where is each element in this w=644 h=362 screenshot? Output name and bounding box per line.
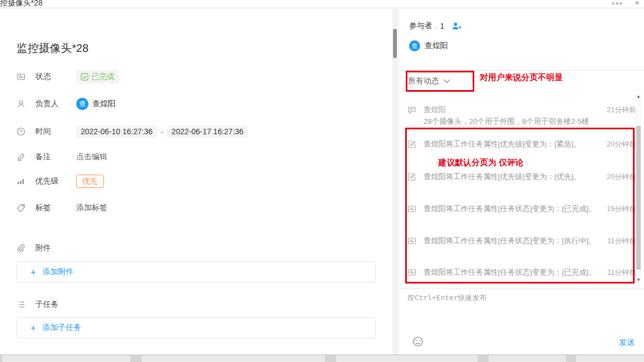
- subtasks-label: 子任务: [35, 300, 59, 309]
- comment-input[interactable]: 按Ctrl+Enter快速发布: [407, 293, 634, 332]
- field-label: 状态: [35, 72, 76, 82]
- add-attachment-button[interactable]: + 添加附件: [17, 261, 376, 282]
- add-attachment-label: 添加附件: [43, 267, 74, 277]
- left-panel-scrollbar-thumb[interactable]: [393, 29, 397, 58]
- composer-divider: [400, 288, 644, 289]
- person-icon: [17, 99, 25, 108]
- annotation-note-2: 建议默认分页为 仅评论: [438, 158, 523, 168]
- activity-text: 查煌阳将工作任务属性[任务状态]变更为：[执行中]。: [423, 236, 603, 246]
- field-label: 备注: [35, 152, 76, 162]
- activity-text: 查煌阳将工作任务属性[优先级]变更为：[优先]。: [423, 172, 603, 182]
- add-subtask-label: 添加子任务: [43, 323, 81, 333]
- more-options-icon[interactable]: •••: [612, 0, 623, 8]
- assignee-value[interactable]: 查 查煌阳: [76, 98, 116, 110]
- feed-divider: [400, 70, 644, 71]
- scroll-down-arrow-icon[interactable]: ▼: [636, 278, 641, 282]
- time-separator: -: [161, 128, 163, 136]
- activity-item-comment: 查煌阳 21分钟前: [407, 105, 636, 115]
- add-tag-placeholder[interactable]: 添加标签: [76, 203, 107, 213]
- status-change-icon: [407, 237, 416, 245]
- participants-count: 1: [440, 22, 444, 30]
- activity-time: 21分钟前: [607, 105, 636, 115]
- check-square-icon: [81, 73, 88, 81]
- priority-badge[interactable]: 优先: [76, 175, 104, 188]
- activity-time: 11分钟前: [608, 236, 637, 246]
- activity-filter-dropdown[interactable]: 所有动态: [408, 76, 451, 86]
- pencil-icon: [17, 153, 25, 161]
- activity-text: 查煌阳将工作任务属性[任务状态]变更为：[已完成]。: [423, 267, 603, 277]
- status-change-icon: [407, 268, 416, 277]
- add-subtask-button[interactable]: + 添加子任务: [17, 317, 376, 338]
- activity-time: 20分钟前: [607, 172, 636, 182]
- send-button[interactable]: 发送: [619, 338, 635, 348]
- participant-name: 查煌阳: [425, 41, 448, 51]
- start-time-badge[interactable]: 2022-06-10 16:27:36: [76, 125, 157, 138]
- task-title[interactable]: 监控摄像头*28: [17, 41, 88, 56]
- participants-separator: .: [435, 22, 437, 30]
- activity-filter-value: 所有动态: [408, 76, 439, 86]
- activity-item: 查煌阳将工作任务属性[优先级]变更为：[紧急]。 20分钟前: [407, 139, 636, 149]
- tag-icon: [17, 203, 25, 212]
- status-value: 已完成: [91, 72, 114, 82]
- assignee-avatar: 查: [76, 98, 88, 110]
- assignee-name: 查煌阳: [92, 99, 116, 109]
- scroll-up-arrow-icon[interactable]: ▲: [636, 95, 641, 99]
- participant-item[interactable]: 查 查煌阳: [409, 40, 448, 51]
- chevron-down-icon: [443, 79, 451, 83]
- field-note: 备注 点击编辑: [0, 150, 107, 164]
- list-icon: [17, 300, 25, 309]
- activity-item: 查煌阳将工作任务属性[任务状态]变更为：[执行中]。 11分钟前: [407, 236, 636, 246]
- activity-time: 20分钟前: [607, 139, 636, 149]
- status-change-icon: [407, 204, 416, 213]
- window-header: 控摄像头*28 ••• ×: [0, 0, 644, 8]
- field-assignee: 负责人 查 查煌阳: [0, 97, 116, 111]
- end-time-badge[interactable]: 2022-06-17 16:27:36: [167, 125, 248, 138]
- note-edit-placeholder[interactable]: 点击编辑: [76, 152, 107, 162]
- activity-item: 查煌阳将工作任务属性[优先级]变更为：[优先]。 20分钟前: [407, 172, 636, 182]
- close-icon[interactable]: ×: [635, 0, 640, 7]
- field-label: 负责人: [35, 99, 76, 109]
- participants-label: 参与者: [409, 21, 432, 31]
- activity-comment-content: 28个摄像头，20个用于外围，8个用于宿舍楼2-5楼: [423, 117, 589, 127]
- activity-item: 查煌阳将工作任务属性[任务状态]变更为：[已完成]。 11分钟前: [407, 267, 636, 277]
- priority-bars-icon: [17, 177, 25, 186]
- background-board-column: [142, 355, 325, 362]
- activity-time: 15分钟前: [607, 204, 636, 214]
- activity-text: 查煌阳将工作任务属性[任务状态]变更为：[已完成]。: [423, 204, 603, 214]
- field-priority: 优先级 优先: [0, 175, 104, 188]
- background-board-column: [2, 355, 130, 362]
- annotation-note-1: 对用户来说分页不明显: [480, 72, 563, 83]
- window-title: 控摄像头*28: [0, 0, 43, 8]
- background-board-column: [336, 355, 478, 362]
- field-tags: 标签 添加标签: [0, 201, 107, 214]
- edit-icon: [407, 172, 416, 181]
- edit-icon: [407, 140, 416, 149]
- attachments-label: 附件: [35, 243, 51, 253]
- paperclip-icon: [17, 244, 25, 253]
- task-detail-panel: 监控摄像头*28 状态 已完成 负责人 查 查煌阳 时间 2022-06-10 …: [0, 9, 391, 354]
- activity-author: 查煌阳: [423, 105, 603, 115]
- comment-icon: [407, 106, 416, 114]
- attachments-header: 附件: [0, 242, 51, 255]
- background-board-column: [489, 355, 566, 362]
- plus-icon: +: [30, 323, 36, 333]
- activity-time: 11分钟前: [608, 267, 637, 277]
- activity-panel: 参与者 . 1 查 查煌阳 所有动态 查煌阳 21分钟前 28个摄像头，20个用…: [400, 9, 644, 354]
- add-participant-icon[interactable]: [452, 22, 462, 30]
- left-panel-scrollbar-track: [392, 9, 397, 354]
- status-badge[interactable]: 已完成: [76, 70, 119, 83]
- field-label: 时间: [35, 127, 76, 137]
- emoji-icon[interactable]: [412, 336, 423, 347]
- field-status: 状态 已完成: [0, 70, 119, 83]
- activity-item: 查煌阳将工作任务属性[任务状态]变更为：[已完成]。 15分钟前: [407, 204, 636, 214]
- background-board-column: [576, 355, 644, 362]
- plus-icon: +: [30, 267, 36, 277]
- background-board-strip: [0, 354, 644, 362]
- status-icon: [17, 72, 25, 81]
- activity-text: 查煌阳将工作任务属性[优先级]变更为：[紧急]。: [423, 139, 603, 149]
- panel-divider: [399, 9, 399, 353]
- field-time: 时间 2022-06-10 16:27:36 - 2022-06-17 16:2…: [0, 125, 248, 138]
- subtasks-header: 子任务: [0, 298, 59, 311]
- clock-icon: [17, 127, 25, 136]
- activity-scrollbar-thumb[interactable]: [636, 126, 641, 270]
